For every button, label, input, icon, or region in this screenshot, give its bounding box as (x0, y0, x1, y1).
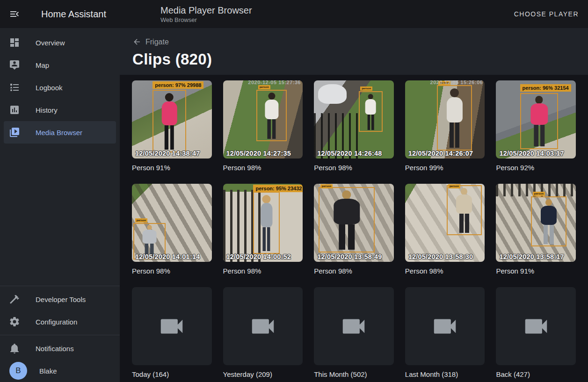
choose-player-button[interactable]: CHOOSE PLAYER (505, 6, 588, 22)
clip-label: Person 98% (132, 267, 212, 276)
sidebar-item-logbook[interactable]: Logbook (4, 76, 116, 99)
figure-torso (265, 100, 278, 119)
sidebar-item-label: Map (36, 61, 49, 69)
folder-card[interactable]: Back (427) (496, 287, 576, 379)
figure-head (535, 96, 543, 103)
figure-legs (263, 227, 270, 251)
video-icon (157, 312, 186, 341)
detection-badge: person (360, 86, 372, 91)
sidebar-item-notifications[interactable]: Notifications (4, 337, 116, 360)
clip-card[interactable]: person 12/05/2020 13:58:17 Person 91% (496, 184, 576, 276)
folder-label: Today (164) (132, 370, 212, 379)
person-figure (541, 199, 557, 244)
figure-head (268, 93, 275, 100)
person-figure (447, 88, 463, 148)
figure-torso (456, 195, 472, 214)
clip-timestamp-overlay: 12/05/2020 14:03:17 (499, 150, 564, 157)
media-browser-icon-wrap (9, 127, 20, 138)
breadcrumb[interactable]: Frigate (132, 37, 169, 46)
detection-bounding-box (447, 185, 482, 235)
detection-badge: person (320, 184, 333, 188)
sidebar-spacer (0, 144, 120, 284)
folder-label: Last Month (318) (405, 370, 485, 379)
clip-thumbnail: person: 95% 23432 12/05/2020 14:00:52 (223, 184, 303, 262)
clip-card[interactable]: person 12/05/2020 14:01:14 Person 98% (132, 184, 212, 276)
detection-bounding-box (256, 90, 287, 141)
sidebar-item-developer-tools[interactable]: Developer Tools (4, 288, 116, 310)
sidebar-item-overview[interactable]: Overview (4, 31, 116, 54)
sidebar-item-map[interactable]: Map (4, 54, 116, 76)
clip-card[interactable]: person: 95% 23432 12/05/2020 14:00:52 Pe… (223, 184, 303, 276)
clip-label: Person 98% (223, 267, 303, 276)
sidebar-toggle-button[interactable] (9, 8, 20, 20)
clip-card[interactable]: person 12/05/2020 14:26:48 Person 98% (314, 80, 394, 173)
clip-card[interactable]: person: 97% 29988 12/05/2020 14:38:47 Pe… (132, 80, 212, 173)
history-icon (9, 104, 20, 115)
clip-card[interactable]: person 12/05/2020 13:58:49 Person 98% (314, 184, 394, 276)
history-icon-wrap (9, 104, 20, 115)
clip-label: Person 98% (223, 163, 303, 173)
figure-legs (268, 119, 276, 139)
clip-timestamp-overlay: 12/05/2020 13:58:30 (408, 253, 473, 260)
sidebar: Overview Map Logbook History Media Brows… (0, 28, 120, 382)
clip-label: Person 98% (314, 267, 394, 276)
folder-card[interactable]: This Month (502) (314, 287, 394, 379)
video-icon (339, 312, 368, 341)
detection-bounding-box (437, 85, 472, 151)
person-figure (334, 190, 359, 250)
figure-legs (534, 125, 544, 146)
folder-label: This Month (502) (314, 370, 394, 379)
main-panel: Frigate Clips (820) person: 97% 29988 12… (120, 28, 588, 382)
folder-card[interactable]: Last Month (318) (405, 287, 485, 379)
figure-torso (530, 103, 548, 125)
folder-card[interactable]: Today (164) (132, 287, 212, 379)
figure-torso (365, 99, 376, 115)
configuration-icon-wrap (9, 316, 20, 327)
developer-tools-icon-wrap (9, 294, 20, 305)
clip-thumbnail: person: 96% 32154 12/05/2020 14:03:17 (496, 80, 576, 159)
detection-badge: person (258, 85, 270, 89)
sidebar-item-configuration[interactable]: Configuration (4, 310, 116, 333)
clip-label: Person 91% (132, 163, 212, 173)
folder-label: Yesterday (209) (223, 370, 303, 379)
sidebar-item-media-browser[interactable]: Media Browser (4, 121, 116, 144)
sidebar-item-label: Logbook (36, 84, 63, 92)
person-figure (365, 94, 376, 130)
clip-thumbnail: person: 97% 29988 12/05/2020 14:38:47 (132, 80, 212, 159)
sidebar-item-user-profile[interactable]: B Blake (4, 360, 116, 382)
person-figure (265, 93, 278, 139)
app-title: Home Assistant (41, 9, 106, 20)
clip-thumbnail: person 12/05/2020 14:01:14 (132, 184, 212, 262)
detection-bounding-box (520, 93, 559, 149)
folder-thumbnail (132, 287, 212, 365)
clip-card[interactable]: person 12/05/2020 13:58:30 Person 98% (405, 184, 485, 276)
topbar-title-block: Media Player Browser Web Browser (120, 5, 505, 23)
notifications-label: Notifications (36, 345, 74, 353)
figure-legs (450, 123, 459, 148)
folder-label: Back (427) (496, 370, 576, 379)
clip-timestamp-overlay: 12/05/2020 14:26:07 (408, 150, 473, 157)
arrow-left-icon (132, 37, 141, 46)
page-toolbar-title: Media Player Browser (160, 5, 505, 16)
sidebar-item-history[interactable]: History (4, 99, 116, 121)
folder-thumbnail (223, 287, 303, 365)
bell-icon (9, 343, 20, 354)
clip-card[interactable]: 2020-12-05 15:27:36 person 12/05/2020 14… (223, 80, 303, 173)
clip-card[interactable]: 2020-12-05 15:26:06 person 12/05/2020 14… (405, 80, 485, 173)
media-grid: person: 97% 29988 12/05/2020 14:38:47 Pe… (132, 80, 576, 379)
sidebar-item-label: Media Browser (36, 129, 82, 137)
clip-card[interactable]: person: 96% 32154 12/05/2020 14:03:17 Pe… (496, 80, 576, 173)
clip-thumbnail: person 12/05/2020 13:58:30 (405, 184, 485, 262)
topbar-left: Home Assistant (0, 8, 120, 20)
menu-open-icon (9, 8, 20, 20)
person-figure (162, 93, 177, 150)
clip-timestamp-overlay: 12/05/2020 14:01:14 (135, 253, 200, 260)
clip-timestamp-overlay: 12/05/2020 13:58:17 (499, 253, 564, 260)
map-icon-wrap (9, 59, 20, 71)
clip-timestamp-overlay: 12/05/2020 14:00:52 (226, 253, 291, 260)
clip-thumbnail: person 12/05/2020 13:58:17 (496, 184, 576, 262)
folder-card[interactable]: Yesterday (209) (223, 287, 303, 379)
breadcrumb-label: Frigate (145, 38, 169, 46)
detection-badge: person (135, 218, 147, 223)
video-icon (430, 312, 459, 341)
